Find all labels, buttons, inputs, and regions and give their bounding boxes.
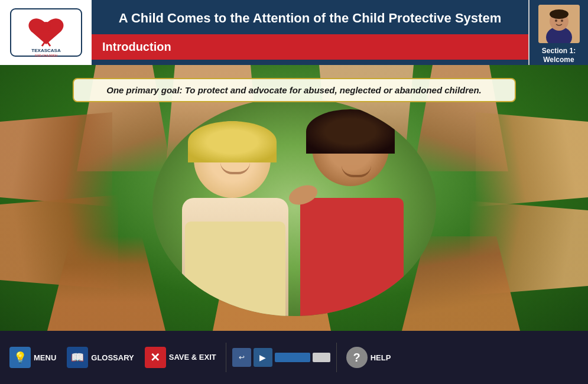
main-title: A Child Comes to the Attention of the Ch…	[92, 0, 528, 32]
section-badge: Section 1: Welcome	[528, 0, 588, 65]
media-play-button[interactable]: ▶	[254, 348, 272, 367]
x-icon: ✕	[145, 347, 166, 368]
hand-left-top	[0, 112, 112, 207]
media-rewind-button[interactable]: ↩	[232, 348, 251, 367]
divider-2	[336, 343, 337, 372]
glossary-button[interactable]: 📖 GLOSSARY	[63, 344, 137, 370]
media-progress-bar	[275, 353, 310, 362]
menu-label: MENU	[34, 353, 56, 362]
header: TEXASCASA FOR CHILDREN A Child Comes to …	[0, 0, 588, 65]
media-remaining-bar	[313, 353, 330, 362]
avatar-image	[538, 5, 580, 43]
main-content: One primary goal: To protect and advocat…	[0, 65, 588, 331]
divider-1	[226, 343, 226, 372]
quote-box: One primary goal: To protect and advocat…	[73, 78, 516, 102]
children-scene	[152, 97, 436, 316]
help-icon: ?	[346, 347, 368, 368]
svg-point-14	[561, 19, 563, 22]
title-area: A Child Comes to the Attention of the Ch…	[92, 0, 528, 65]
logo-area: TEXASCASA FOR CHILDREN	[0, 0, 92, 65]
svg-text:FOR CHILDREN: FOR CHILDREN	[35, 54, 57, 57]
svg-point-13	[555, 19, 557, 22]
toolbar: 💡 MENU 📖 GLOSSARY ✕ SAVE & EXIT ↩ ▶ ? HE…	[0, 331, 588, 384]
texas-casa-logo: TEXASCASA FOR CHILDREN	[8, 6, 85, 59]
save-exit-button[interactable]: ✕ SAVE & EXIT	[141, 344, 220, 370]
svg-point-12	[550, 9, 568, 19]
subtitle-bar: Introduction	[92, 34, 528, 60]
book-icon: 📖	[67, 347, 88, 368]
svg-text:TEXASCASA: TEXASCASA	[31, 48, 61, 53]
save-exit-label: SAVE & EXIT	[169, 353, 216, 362]
section-label: Section 1: Welcome	[542, 47, 576, 65]
section-avatar	[538, 5, 580, 43]
menu-icon: 💡	[9, 347, 31, 368]
media-controls: ↩ ▶	[232, 348, 330, 367]
quote-text: One primary goal: To protect and advocat…	[106, 85, 482, 95]
help-label: HELP	[371, 353, 391, 362]
menu-button[interactable]: 💡 MENU	[6, 344, 60, 370]
hand-right-top	[476, 112, 588, 207]
help-button[interactable]: ? HELP	[343, 344, 395, 370]
svg-point-2	[41, 22, 51, 31]
glossary-label: GLOSSARY	[91, 353, 134, 362]
